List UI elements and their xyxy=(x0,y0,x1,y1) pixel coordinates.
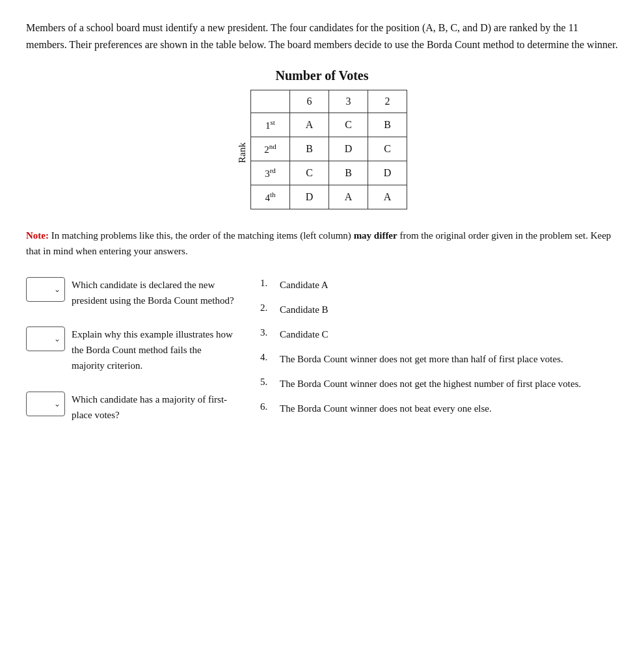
cell-2-2: C xyxy=(368,137,407,161)
table-title: Number of Votes xyxy=(276,68,369,83)
cell-3-6: C xyxy=(290,161,329,185)
table-row: 2nd B D C xyxy=(251,137,407,161)
answers-column: 1. Candidate A 2. Candidate B 3. Candida… xyxy=(260,277,618,425)
answer-num-3: 3. xyxy=(260,326,275,338)
table-corner-cell xyxy=(251,90,290,113)
answer-num-2: 2. xyxy=(260,302,275,313)
cell-4-6: D xyxy=(290,185,329,209)
answer-num-6: 6. xyxy=(260,401,275,412)
note-may-differ: may differ xyxy=(354,230,397,241)
cell-1-3: C xyxy=(329,113,368,137)
rank-label-1st: 1st xyxy=(251,113,290,137)
question-3-text: Which candidate has a majority of first-… xyxy=(72,392,234,423)
question-3-dropdown[interactable]: ⌄ xyxy=(26,392,65,416)
chevron-down-icon: ⌄ xyxy=(54,334,60,344)
cell-2-6: B xyxy=(290,137,329,161)
cell-1-6: A xyxy=(290,113,329,137)
cell-3-3: B xyxy=(329,161,368,185)
note-label: Note: xyxy=(26,230,49,241)
question-item-2: ⌄ Explain why this example illustrates h… xyxy=(26,326,234,373)
qa-section: ⌄ Which candidate is declared the new pr… xyxy=(26,277,618,425)
votes-table: 6 3 2 1st A C B 2nd B D C xyxy=(250,90,407,209)
answer-item-1: 1. Candidate A xyxy=(260,277,618,293)
answer-item-5: 5. The Borda Count winner does not get t… xyxy=(260,376,618,392)
chevron-down-icon: ⌄ xyxy=(54,285,60,295)
answer-text-1: Candidate A xyxy=(280,277,618,293)
answer-item-4: 4. The Borda Count winner does not get m… xyxy=(260,351,618,367)
note-text-1: In matching problems like this, the orde… xyxy=(51,230,354,241)
table-section: Number of Votes Rank 6 3 2 1st A C B xyxy=(26,68,618,209)
cell-4-3: A xyxy=(329,185,368,209)
questions-column: ⌄ Which candidate is declared the new pr… xyxy=(26,277,234,423)
question-2-dropdown[interactable]: ⌄ xyxy=(26,326,65,351)
cell-2-3: D xyxy=(329,137,368,161)
vote-col-3: 2 xyxy=(368,90,407,113)
answer-num-1: 1. xyxy=(260,277,275,289)
answer-item-6: 6. The Borda Count winner does not beat … xyxy=(260,401,618,416)
cell-1-2: B xyxy=(368,113,407,137)
question-item-3: ⌄ Which candidate has a majority of firs… xyxy=(26,392,234,423)
answer-text-5: The Borda Count winner does not get the … xyxy=(280,376,618,392)
table-row: 3rd C B D xyxy=(251,161,407,185)
intro-paragraph: Members of a school board must identify … xyxy=(26,20,618,53)
rank-label-2nd: 2nd xyxy=(251,137,290,161)
question-item-1: ⌄ Which candidate is declared the new pr… xyxy=(26,277,234,308)
chevron-down-icon: ⌄ xyxy=(54,399,60,409)
question-1-text: Which candidate is declared the new pres… xyxy=(72,277,234,308)
note-section: Note: In matching problems like this, th… xyxy=(26,228,618,259)
vote-col-1: 6 xyxy=(290,90,329,113)
answer-item-3: 3. Candidate C xyxy=(260,326,618,342)
answer-text-4: The Borda Count winner does not get more… xyxy=(280,351,618,367)
answer-num-5: 5. xyxy=(260,376,275,388)
rank-label-4th: 4th xyxy=(251,185,290,209)
rank-label-3rd: 3rd xyxy=(251,161,290,185)
answer-num-4: 4. xyxy=(260,351,275,363)
table-row: 1st A C B xyxy=(251,113,407,137)
rank-axis-label: Rank xyxy=(237,136,248,163)
question-2-text: Explain why this example illustrates how… xyxy=(72,326,234,373)
answer-text-2: Candidate B xyxy=(280,302,618,317)
answer-text-3: Candidate C xyxy=(280,326,618,342)
cell-4-2: A xyxy=(368,185,407,209)
vote-col-2: 3 xyxy=(329,90,368,113)
answer-text-6: The Borda Count winner does not beat eve… xyxy=(280,401,618,416)
answer-item-2: 2. Candidate B xyxy=(260,302,618,317)
cell-3-2: D xyxy=(368,161,407,185)
table-row: 4th D A A xyxy=(251,185,407,209)
question-1-dropdown[interactable]: ⌄ xyxy=(26,277,65,302)
